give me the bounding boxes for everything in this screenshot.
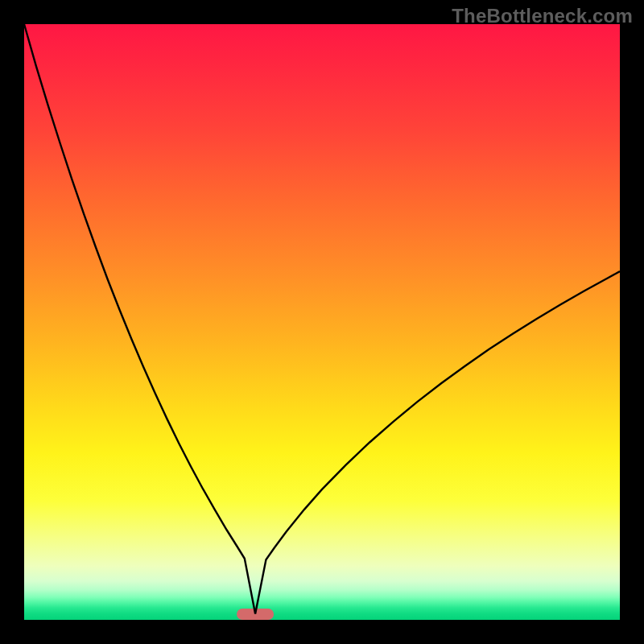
bottleneck-curve-path bbox=[24, 24, 620, 614]
plot-area bbox=[24, 24, 620, 620]
chart-frame: TheBottleneck.com bbox=[0, 0, 644, 644]
bottleneck-curve bbox=[24, 24, 620, 620]
